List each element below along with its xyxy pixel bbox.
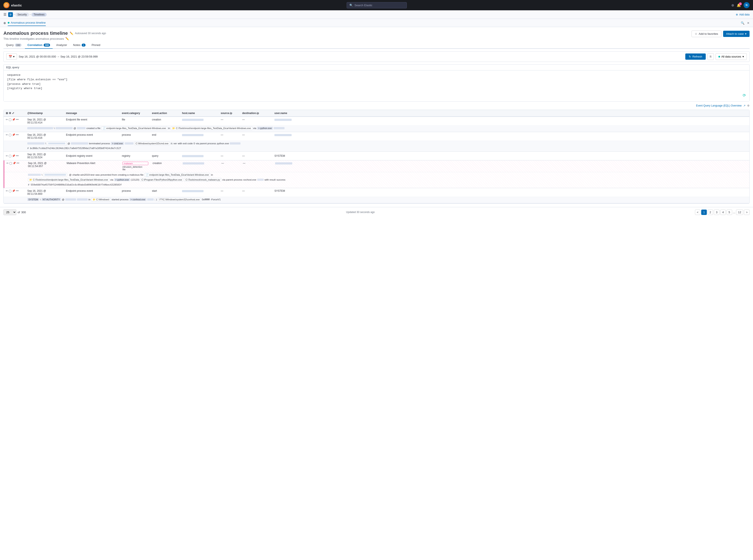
data-sources-button[interactable]: All data sources ▾ <box>716 53 747 60</box>
row-4-actions: ✏ ◯ 📌 ••• <box>4 160 26 166</box>
more-event-icon-2[interactable]: ••• <box>16 133 19 136</box>
page-3-button[interactable]: 3 <box>714 209 719 215</box>
breadcrumb-d[interactable]: D <box>8 12 13 17</box>
pin-event-icon[interactable]: ◯ <box>8 118 12 121</box>
add-timeline-icon[interactable]: ⊕ <box>3 21 6 25</box>
add-data-icon: ⊕ <box>736 13 738 16</box>
tab-correlation[interactable]: Correlation 300 <box>25 42 53 49</box>
more-event-icon[interactable]: ••• <box>16 118 19 121</box>
page-12-button[interactable]: 12 <box>736 209 743 215</box>
page-1-button[interactable]: 1 <box>701 209 707 215</box>
eql-external-link-icon: ↗ <box>743 104 746 107</box>
row-4-expanded-2: 📁 C:\Tools\mock\endpoint-large-files_Tes… <box>4 178 749 182</box>
row-1-timestamp: Sep 16, 2021 @ 00:11:53.414 <box>25 117 64 125</box>
per-page-section: 25 50 100 of 300 <box>3 209 26 215</box>
pin-event-icon-2[interactable]: ◯ <box>8 133 12 136</box>
note-event-icon-4[interactable]: 📌 <box>13 162 16 165</box>
notifications-icon[interactable]: 🔔 1 <box>737 3 741 7</box>
next-page-button[interactable]: > <box>744 209 750 215</box>
refresh-button[interactable]: ↻ Refresh <box>685 54 706 60</box>
close-timeline-icon[interactable]: ✕ <box>747 21 750 25</box>
hamburger-menu[interactable]: ☰ <box>3 13 6 17</box>
edit-event-icon-4[interactable]: ✏ <box>6 162 8 165</box>
pin-event-icon-5[interactable]: ◯ <box>8 189 12 193</box>
eql-settings-icon[interactable]: ⚙ <box>747 104 750 107</box>
active-timeline-tab[interactable]: Anomalous process timeline <box>8 20 46 26</box>
edit-event-icon[interactable]: ✏ <box>6 118 8 121</box>
copy-button[interactable]: ⎘ <box>708 53 714 60</box>
date-range-text: Sep 16, 2021 @ 00:00:00.000 → Sep 16, 20… <box>19 55 98 58</box>
more-event-icon-4[interactable]: ••• <box>17 162 19 165</box>
search-bar[interactable]: 🔍 Search Elastic <box>347 2 407 8</box>
edit-title-icon[interactable]: ✏️ <box>70 32 73 35</box>
calendar-button[interactable]: 📅 ▾ <box>6 54 17 60</box>
edit-event-icon-3[interactable]: ✏ <box>6 154 8 157</box>
row-2-message: Endpoint process event <box>64 132 120 138</box>
add-data-button[interactable]: ⊕ Add data <box>736 13 750 16</box>
page-5-button[interactable]: 5 <box>727 209 732 215</box>
event-row-2: ✏ ◯ 📌 ••• Sep 16, 2021 @ 00:11:53.416 En… <box>4 132 749 141</box>
breadcrumb-separator-2: › <box>30 13 31 16</box>
edit-event-icon-5[interactable]: ✏ <box>6 189 8 193</box>
edit-subtitle-icon[interactable]: ✏️ <box>65 37 69 40</box>
row-2-sourceip: — <box>218 132 240 138</box>
run-query-icon[interactable]: ⟳ <box>743 93 746 99</box>
row-5-destip: — <box>240 188 272 194</box>
row-1-actions: ✏ ◯ 📌 ••• <box>4 117 25 122</box>
event-row-4: ✏ ◯ 📌 ••• Sep 16, 2021 @ 00:11:54.657 Ma… <box>4 160 749 172</box>
tab-analyzer[interactable]: Analyzer <box>54 42 70 49</box>
breadcrumb-timelines[interactable]: Timelines <box>31 13 46 17</box>
eql-overview-link[interactable]: Event Query Language (EQL) Overview <box>696 104 741 107</box>
table-fullscreen-icon[interactable]: ⤢ <box>12 112 14 115</box>
date-range-left: 📅 ▾ Sep 16, 2021 @ 00:00:00.000 → Sep 16… <box>6 54 98 60</box>
blurred-tag-1 <box>47 142 66 145</box>
row-2-actions: ✏ ◯ 📌 ••• <box>4 132 25 138</box>
note-event-icon-5[interactable]: 📌 <box>12 189 15 193</box>
table-row: ✏ ◯ 📌 ••• Sep 16, 2021 @ 00:11:54.800 En… <box>4 188 749 203</box>
search-timeline-icon[interactable]: 🔍 <box>741 21 745 25</box>
process-tag-1: > python.exe <box>257 127 273 130</box>
note-event-icon-3[interactable]: 📌 <box>12 154 15 157</box>
page-2-button[interactable]: 2 <box>708 209 713 215</box>
python-path: C:\Program Files\Python39\python.exe <box>140 178 183 181</box>
row-5-message: Endpoint process event <box>64 188 120 194</box>
attach-to-case-button[interactable]: Attach to case ▾ <box>723 31 750 37</box>
row-4-sourceip: — <box>219 160 241 166</box>
tab-notes[interactable]: Notes 1 <box>71 42 88 49</box>
row-5-timestamp: Sep 16, 2021 @ 00:11:54.800 <box>25 188 64 197</box>
table-settings-icon[interactable]: ⚙ <box>9 112 11 115</box>
tab-query[interactable]: Query 192 <box>3 42 24 49</box>
col-timestamp: @timestamp <box>25 110 64 116</box>
malware-path-tag: 📁 C:\Tools\mock\endpoint-large-files_Tes… <box>28 178 109 182</box>
page-4-button[interactable]: 4 <box>720 209 726 215</box>
tab-pinned[interactable]: Pinned <box>89 42 103 49</box>
per-page-select[interactable]: 25 50 100 <box>3 209 16 215</box>
hash-icon-4: # <box>28 183 30 186</box>
timeline-tab[interactable]: ⊕ Anomalous process timeline <box>3 20 46 26</box>
pin-event-icon-4[interactable]: ◯ <box>9 162 12 165</box>
correlation-badge: 300 <box>44 44 50 46</box>
add-to-favorites-button[interactable]: ☆ Add to favorites <box>692 31 721 37</box>
edit-event-icon-2[interactable]: ✏ <box>6 133 8 136</box>
note-event-icon-2[interactable]: 📌 <box>12 133 15 136</box>
help-icon[interactable]: ⊕ <box>731 3 734 7</box>
table-view-icon[interactable]: ⊞ <box>6 112 8 115</box>
elastic-logo[interactable]: elastic <box>3 2 22 8</box>
more-event-icon-3[interactable]: ••• <box>16 154 19 157</box>
note-event-icon[interactable]: 📌 <box>12 118 15 121</box>
more-event-icon-5[interactable]: ••• <box>16 189 19 193</box>
notification-badge: 1 <box>739 2 742 5</box>
user-avatar[interactable]: N <box>744 2 750 8</box>
breadcrumb-security[interactable]: Security <box>15 13 29 17</box>
row-5-username: SYSTEM <box>272 188 300 194</box>
timeline-tab-title[interactable]: Anomalous process timeline <box>11 21 46 24</box>
file-tag-1: 📄 endpoint-large-files_TestData_EicarVar… <box>101 126 167 130</box>
elastic-wordmark: elastic <box>11 3 22 7</box>
row-5-category: process <box>120 188 150 194</box>
pin-event-icon-3[interactable]: ◯ <box>8 154 12 157</box>
row-5-sourceip: — <box>218 188 240 194</box>
prev-page-button[interactable]: < <box>695 209 700 215</box>
title-row: Anomalous process timeline ✏️ Autosaved … <box>3 31 750 40</box>
updated-label: Updated 30 seconds ago <box>346 211 374 214</box>
eql-code-editor[interactable]: sequence [file where file.extension == "… <box>4 71 749 101</box>
